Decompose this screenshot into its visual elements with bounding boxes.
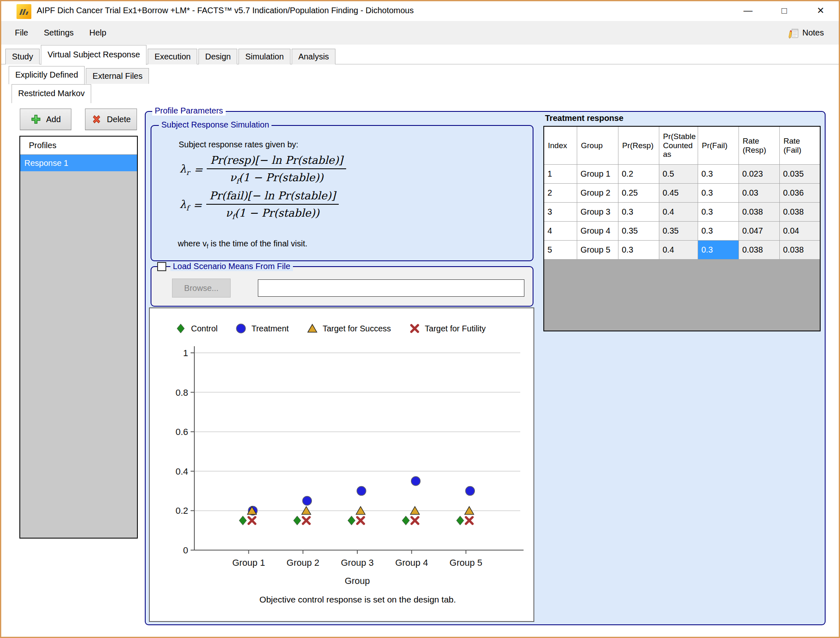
svg-text:0.8: 0.8 [175, 388, 188, 398]
menubar: File Settings Help Notes [1, 21, 839, 45]
chart-caption: Objective control response is set on the… [193, 595, 523, 605]
cell-index[interactable]: 4 [544, 222, 577, 241]
tab-explicitly-defined[interactable]: Explicitly Defined [9, 66, 85, 84]
cell-pr-stable[interactable]: 0.5 [659, 165, 698, 184]
window-title: AIPF Dich Cancer Trial Ex1+Borrow +LM* -… [37, 6, 414, 15]
cell-pr-fail[interactable]: 0.3 [698, 184, 739, 203]
profile-parameters-label: Profile Parameters [152, 106, 226, 116]
cell-rate-fail[interactable]: 0.038 [780, 203, 820, 222]
notes-button[interactable]: Notes [787, 27, 824, 39]
menu-file[interactable]: File [7, 26, 36, 40]
svg-text:Group 4: Group 4 [395, 558, 428, 568]
cell-pr-fail[interactable]: 0.3 [698, 165, 739, 184]
svg-text:Group 3: Group 3 [341, 558, 374, 568]
cell-pr-stable[interactable]: 0.35 [659, 222, 698, 241]
cell-rate-resp[interactable]: 0.023 [739, 165, 780, 184]
browse-button[interactable]: Browse... [172, 279, 231, 298]
cell-rate-resp[interactable]: 0.03 [739, 184, 780, 203]
cell-index[interactable]: 3 [544, 203, 577, 222]
app-icon [16, 4, 32, 19]
cell-pr-stable[interactable]: 0.45 [659, 184, 698, 203]
profile-list-item[interactable]: Response 1 [20, 155, 137, 171]
tab-virtual-subject-response[interactable]: Virtual Subject Response [41, 45, 146, 65]
cell-group[interactable]: Group 5 [577, 241, 618, 260]
sub-tabstrip: Explicitly Defined External Files [9, 66, 150, 84]
cell-rate-fail[interactable]: 0.04 [780, 222, 820, 241]
add-label: Add [46, 115, 61, 124]
inner-tabstrip: Restricted Markov [12, 84, 92, 103]
cell-pr-resp[interactable]: 0.3 [618, 203, 659, 222]
menu-settings[interactable]: Settings [36, 26, 81, 40]
notes-label: Notes [802, 28, 824, 38]
treatment-response-table: Index Group Pr(Resp) Pr(Stable Counted a… [543, 126, 821, 331]
cell-pr-resp[interactable]: 0.2 [618, 165, 659, 184]
final-visit-note: where vf is the time of the final visit. [178, 239, 307, 250]
close-button[interactable]: ✕ [802, 1, 839, 20]
titlebar: AIPF Dich Cancer Trial Ex1+Borrow +LM* -… [1, 1, 839, 21]
delete-button[interactable]: Delete [85, 109, 137, 130]
col-header-pr-fail: Pr(Fail) [698, 127, 739, 165]
tab-study[interactable]: Study [5, 49, 40, 64]
main-tabstrip: Study Virtual Subject Response Execution… [5, 44, 337, 64]
col-header-index: Index [544, 127, 577, 165]
cell-pr-resp[interactable]: 0.3 [618, 241, 659, 260]
facts-window: AIPF Dich Cancer Trial Ex1+Borrow +LM* -… [0, 0, 840, 638]
minimize-button[interactable]: — [730, 1, 766, 20]
svg-text:0.2: 0.2 [175, 506, 188, 516]
svg-text:Group 5: Group 5 [450, 558, 483, 568]
tab-restricted-markov[interactable]: Restricted Markov [12, 84, 91, 103]
maximize-button[interactable]: □ [766, 1, 802, 20]
cell-rate-fail[interactable]: 0.035 [780, 165, 820, 184]
tab-simulation[interactable]: Simulation [238, 49, 290, 64]
col-header-rate-fail: Rate (Fail) [780, 127, 820, 165]
cell-pr-resp[interactable]: 0.35 [618, 222, 659, 241]
col-header-rate-resp: Rate (Resp) [739, 127, 780, 165]
response-chart-panel: Control Treatment Target for Success Tar… [149, 307, 534, 622]
svg-text:Group 2: Group 2 [287, 558, 320, 568]
svg-text:Group 1: Group 1 [232, 558, 265, 568]
add-button[interactable]: Add [20, 109, 71, 130]
col-header-group: Group [577, 127, 618, 165]
cell-pr-stable[interactable]: 0.4 [659, 203, 698, 222]
lambda-r-formula: λr = Pr(resp)[− ln Pr(stable)] νf(1 − Pr… [179, 154, 346, 185]
red-x-icon [91, 114, 102, 125]
profiles-header: Profiles [20, 137, 137, 155]
cell-pr-fail[interactable]: 0.3 [698, 222, 739, 241]
tab-analysis[interactable]: Analysis [292, 49, 335, 64]
load-scenario-label: Load Scenario Means From File [170, 262, 293, 271]
cell-group[interactable]: Group 1 [577, 165, 618, 184]
cell-group[interactable]: Group 4 [577, 222, 618, 241]
plus-icon [31, 114, 41, 125]
cell-rate-resp[interactable]: 0.038 [739, 241, 780, 260]
delete-label: Delete [107, 115, 131, 124]
subject-response-simulation-label: Subject Response Simulation [159, 120, 271, 130]
load-scenario-checkbox[interactable] [157, 262, 166, 271]
cell-rate-resp[interactable]: 0.038 [739, 203, 780, 222]
lambda-f-formula: λf = Pr(fail)[− ln Pr(stable)] νf(1 − Pr… [179, 189, 339, 221]
cell-group[interactable]: Group 3 [577, 203, 618, 222]
scenario-file-path-input[interactable] [258, 279, 524, 297]
svg-text:0: 0 [183, 545, 188, 555]
cell-group[interactable]: Group 2 [577, 184, 618, 203]
cell-pr-fail[interactable]: 0.3 [698, 203, 739, 222]
svg-text:0.4: 0.4 [175, 466, 188, 477]
col-header-pr-resp: Pr(Resp) [618, 127, 659, 165]
tab-execution[interactable]: Execution [148, 49, 197, 64]
cell-pr-fail-selected[interactable]: 0.3 [698, 241, 739, 260]
cell-pr-resp[interactable]: 0.25 [618, 184, 659, 203]
cell-index[interactable]: 1 [544, 165, 577, 184]
profiles-list: Profiles Response 1 [19, 136, 138, 539]
cell-rate-resp[interactable]: 0.047 [739, 222, 780, 241]
response-rates-intro: Subject response rates given by: [179, 140, 298, 149]
col-header-pr-stable: Pr(Stable Counted as [659, 127, 698, 165]
cell-rate-fail[interactable]: 0.038 [780, 241, 820, 260]
cell-pr-stable[interactable]: 0.4 [659, 241, 698, 260]
tab-external-files[interactable]: External Files [86, 68, 149, 84]
cell-index[interactable]: 2 [544, 184, 577, 203]
svg-text:0.6: 0.6 [175, 427, 188, 437]
menu-help[interactable]: Help [82, 26, 114, 40]
tab-design[interactable]: Design [198, 49, 237, 64]
svg-text:Group: Group [344, 576, 370, 586]
cell-index[interactable]: 5 [544, 241, 577, 260]
cell-rate-fail[interactable]: 0.036 [780, 184, 820, 203]
